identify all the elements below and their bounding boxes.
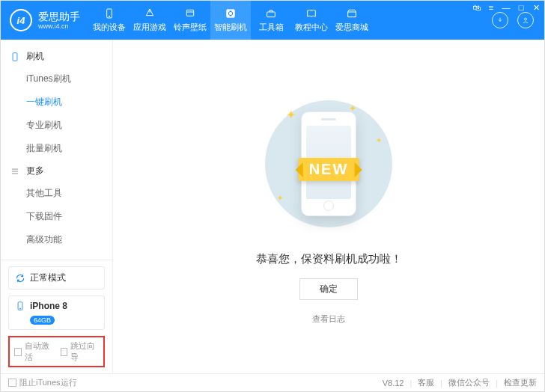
nav-my-device[interactable]: 我的设备	[89, 1, 130, 40]
svg-point-1	[109, 16, 109, 16]
toolbox-icon	[264, 7, 278, 19]
block-itunes-checkbox[interactable]: 阻止iTunes运行	[8, 377, 77, 388]
checkbox-icon	[61, 348, 68, 356]
nav-label: 铃声壁纸	[174, 22, 207, 33]
brand-url: www.i4.cn	[38, 22, 80, 30]
nav-toolbox[interactable]: 工具箱	[251, 1, 291, 40]
sidebar-bottom: 正常模式 iPhone 8 64GB 自动激活 跳过向导	[1, 260, 112, 373]
sidebar: 刷机 iTunes刷机 一键刷机 专业刷机 批量刷机 更多 其他工具 下载固件 …	[1, 40, 113, 373]
nav-label: 工具箱	[259, 22, 284, 33]
nav-label: 我的设备	[93, 22, 126, 33]
group-label: 刷机	[26, 50, 44, 63]
group-label: 更多	[26, 165, 44, 177]
nav-label: 爱思商城	[335, 22, 368, 33]
device-phone-icon	[15, 301, 25, 311]
sidebar-item-batch-flash[interactable]: 批量刷机	[1, 137, 112, 160]
checkbox-icon	[8, 379, 16, 387]
svg-rect-7	[13, 52, 17, 61]
book-icon	[305, 7, 318, 19]
skip-wizard-checkbox[interactable]: 跳过向导	[61, 340, 100, 363]
maximize-button[interactable]: □	[516, 2, 526, 13]
svg-rect-3	[186, 10, 193, 16]
ok-button[interactable]: 确定	[299, 278, 358, 300]
nav-store[interactable]: 爱思商城	[332, 1, 372, 40]
checkbox-icon	[14, 348, 22, 356]
phone-outline-icon	[10, 52, 20, 62]
success-message: 恭喜您，保资料刷机成功啦！	[256, 252, 402, 266]
highlighted-options: 自动激活 跳过向导	[8, 336, 105, 367]
version-label: V8.12	[383, 379, 404, 388]
nav-label: 应用游戏	[133, 22, 166, 33]
minimize-button[interactable]: —	[501, 2, 511, 13]
window-controls: 🛍 ≡ — □ ✕	[471, 2, 541, 13]
mode-label: 正常模式	[30, 272, 66, 284]
chk-label: 阻止iTunes运行	[19, 377, 77, 388]
svg-rect-5	[267, 12, 275, 17]
nav-label: 智能刷机	[214, 22, 247, 33]
download-button[interactable]	[492, 12, 508, 28]
new-ribbon: NEW	[299, 158, 359, 181]
cart-icon[interactable]: 🛍	[471, 2, 481, 13]
device-mode[interactable]: 正常模式	[8, 266, 105, 290]
sidebar-group-flash[interactable]: 刷机	[1, 46, 112, 67]
sidebar-item-oneclick-flash[interactable]: 一键刷机	[1, 91, 112, 114]
support-link[interactable]: 客服	[418, 377, 434, 388]
chk-label: 跳过向导	[70, 340, 99, 363]
brand-logo[interactable]: i4 爱思助手 www.i4.cn	[1, 1, 89, 40]
sidebar-item-advanced[interactable]: 高级功能	[1, 228, 112, 251]
nav-apps[interactable]: 应用游戏	[130, 1, 170, 40]
nav-tutorials[interactable]: 教程中心	[291, 1, 332, 40]
sidebar-item-itunes-flash[interactable]: iTunes刷机	[1, 67, 112, 91]
close-button[interactable]: ✕	[531, 2, 541, 13]
chk-label: 自动激活	[25, 340, 53, 363]
view-log-link[interactable]: 查看日志	[312, 313, 345, 325]
header: 🛍 ≡ — □ ✕ i4 爱思助手 www.i4.cn 我的设备 应用游戏	[1, 1, 544, 40]
footer: 阻止iTunes运行 V8.12 | 客服 | 微信公众号 | 检查更新	[1, 373, 544, 391]
check-update-link[interactable]: 检查更新	[504, 377, 537, 388]
sidebar-item-other-tools[interactable]: 其他工具	[1, 182, 112, 205]
success-illustration: ✦ ✦ ✦ ✦ NEW	[239, 89, 418, 239]
sidebar-item-pro-flash[interactable]: 专业刷机	[1, 114, 112, 137]
menu-icon[interactable]: ≡	[486, 2, 496, 13]
phone-icon	[103, 7, 116, 19]
brand-name: 爱思助手	[38, 10, 80, 23]
nav-flash[interactable]: 智能刷机	[210, 1, 251, 40]
svg-point-12	[19, 308, 20, 309]
storage-badge: 64GB	[30, 316, 55, 325]
nav-ringtones[interactable]: 铃声壁纸	[170, 1, 210, 40]
wechat-link[interactable]: 微信公众号	[448, 377, 490, 388]
ringtone-icon	[183, 7, 197, 19]
sidebar-item-download-firmware[interactable]: 下载固件	[1, 205, 112, 228]
flash-icon	[224, 7, 237, 19]
device-name: iPhone 8	[30, 301, 67, 311]
user-button[interactable]	[517, 12, 534, 28]
main-nav: 我的设备 应用游戏 铃声壁纸 智能刷机 工具箱 教程中心	[89, 1, 481, 40]
apps-icon	[143, 7, 156, 19]
device-info[interactable]: iPhone 8 64GB	[8, 295, 105, 330]
main-content: ✦ ✦ ✦ ✦ NEW 恭喜您，保资料刷机成功啦！ 确定 查看日志	[113, 40, 544, 373]
nav-label: 教程中心	[295, 22, 328, 33]
svg-point-6	[525, 18, 527, 20]
body: 刷机 iTunes刷机 一键刷机 专业刷机 批量刷机 更多 其他工具 下载固件 …	[1, 40, 544, 373]
logo-icon: i4	[10, 9, 32, 31]
refresh-icon	[15, 273, 25, 284]
auto-activate-checkbox[interactable]: 自动激活	[14, 340, 53, 363]
app-window: 🛍 ≡ — □ ✕ i4 爱思助手 www.i4.cn 我的设备 应用游戏	[0, 0, 545, 392]
store-icon	[345, 7, 359, 19]
sidebar-group-more[interactable]: 更多	[1, 160, 112, 182]
list-icon	[10, 166, 20, 177]
